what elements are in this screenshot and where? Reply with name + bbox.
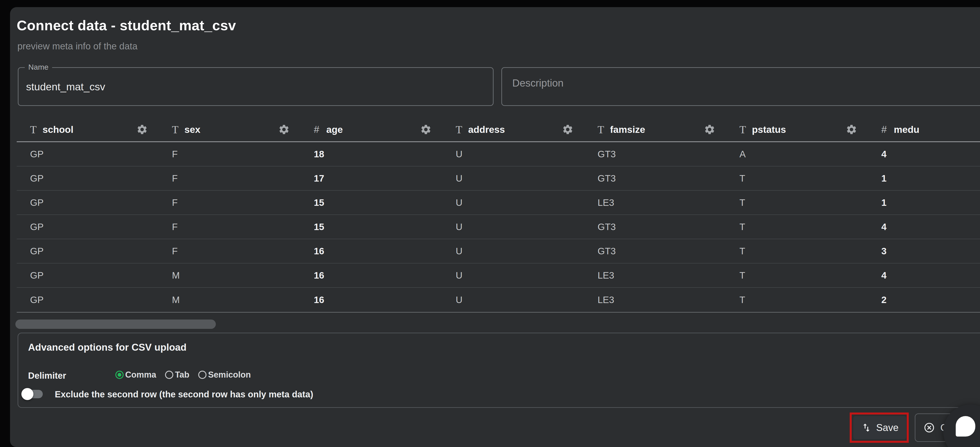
page-title: Connect data - student_mat_csv [17, 17, 236, 33]
table-cell: GT3 [584, 215, 726, 239]
horizontal-scrollbar[interactable] [17, 320, 980, 329]
table-cell: U [442, 263, 584, 287]
table-cell: LE3 [584, 191, 726, 214]
table-cell: 4 [868, 215, 980, 239]
delimiter-radio-group: CommaTabSemicolon [115, 366, 251, 383]
column-name: pstatus [752, 124, 786, 135]
radio-label: Comma [125, 370, 156, 380]
circled-x-icon [923, 422, 935, 433]
column-name: medu [894, 124, 920, 135]
column-header-sex: Tsex [159, 118, 301, 141]
toggle-knob [21, 388, 33, 400]
radio-label: Semicolon [208, 370, 251, 380]
table-cell: GP [17, 239, 159, 263]
chat-launcher-button[interactable] [943, 404, 980, 447]
table-cell: GT3 [584, 166, 726, 190]
table-cell: M [159, 263, 301, 287]
connect-data-dialog: Connect data - student_mat_csv preview m… [10, 7, 980, 447]
table-row: GPF17UGT3T1 [17, 166, 980, 191]
table-cell: M [159, 288, 301, 312]
table-cell: LE3 [584, 263, 726, 287]
description-placeholder: Description [512, 77, 563, 89]
name-input-value: student_mat_csv [26, 81, 105, 93]
column-type-text-icon: T [598, 124, 610, 136]
column-name: sex [185, 124, 200, 135]
table-row: GPF18UGT3A4 [17, 142, 980, 166]
column-header-pstatus: Tpstatus [726, 118, 868, 141]
table-cell: U [442, 191, 584, 214]
column-type-text-icon: T [456, 124, 468, 136]
scrollbar-thumb[interactable] [15, 320, 216, 329]
table-cell: T [726, 166, 868, 190]
name-input-label: Name [25, 63, 52, 71]
column-type-number-icon: # [314, 124, 326, 135]
table-cell: 2 [868, 288, 980, 312]
delimiter-label: Delimiter [28, 371, 66, 381]
table-cell: GP [17, 215, 159, 239]
save-button[interactable]: Save [853, 416, 906, 439]
column-type-text-icon: T [740, 124, 752, 136]
chat-bubble-icon [956, 416, 975, 436]
save-button-label: Save [876, 422, 899, 433]
table-cell: 16 [301, 288, 442, 312]
table-cell: U [442, 239, 584, 263]
table-cell: U [442, 142, 584, 166]
name-input[interactable]: Name student_mat_csv [18, 67, 493, 106]
table-body: GPF18UGT3A4GPF17UGT3T1GPF15ULE3T1GPF15UG… [17, 142, 980, 312]
table-row: GPF16UGT3T3 [17, 239, 980, 263]
delimiter-option-comma[interactable]: Comma [115, 370, 156, 380]
column-settings-gear-icon[interactable] [846, 124, 857, 135]
table-cell: U [442, 166, 584, 190]
table-row: GPM16ULE3T2 [17, 288, 980, 312]
table-cell: U [442, 288, 584, 312]
description-input[interactable]: Description [501, 67, 980, 106]
column-type-number-icon: # [881, 124, 894, 135]
table-cell: 15 [301, 215, 442, 239]
data-preview-table: TschoolTsex#ageTaddressTfamsizeTpstatus#… [17, 118, 980, 312]
table-cell: 16 [301, 239, 442, 263]
table-cell: T [726, 215, 868, 239]
column-name: address [468, 124, 505, 135]
table-row: GPF15UGT3T4 [17, 215, 980, 239]
delimiter-option-tab[interactable]: Tab [165, 370, 189, 380]
column-settings-gear-icon[interactable] [278, 124, 290, 135]
table-cell: 3 [868, 239, 980, 263]
table-cell: U [442, 215, 584, 239]
column-name: famsize [610, 124, 645, 135]
column-name: school [43, 124, 73, 135]
table-cell: A [726, 142, 868, 166]
table-cell: 4 [868, 263, 980, 287]
column-name: age [326, 124, 343, 135]
table-cell: F [159, 215, 301, 239]
column-settings-gear-icon[interactable] [562, 124, 574, 135]
table-cell: F [159, 239, 301, 263]
page-subtitle: preview meta info of the data [18, 41, 137, 52]
table-cell: T [726, 239, 868, 263]
table-cell: 4 [868, 142, 980, 166]
exclude-second-row-label: Exclude the second row (the second row h… [55, 389, 313, 399]
delimiter-option-semicolon[interactable]: Semicolon [198, 370, 251, 380]
table-row: GPF15ULE3T1 [17, 191, 980, 215]
table-cell: 16 [301, 263, 442, 287]
table-cell: F [159, 166, 301, 190]
column-header-school: Tschool [17, 118, 159, 141]
table-cell: 15 [301, 191, 442, 214]
column-type-text-icon: T [172, 124, 185, 136]
table-cell: 1 [868, 191, 980, 214]
table-cell: GP [17, 288, 159, 312]
column-type-text-icon: T [30, 124, 43, 136]
table-cell: GP [17, 191, 159, 214]
table-cell: T [726, 288, 868, 312]
import-export-icon [861, 422, 872, 433]
column-settings-gear-icon[interactable] [420, 124, 432, 135]
radio-selected-icon [115, 371, 124, 379]
radio-label: Tab [175, 370, 189, 380]
exclude-second-row-toggle[interactable] [21, 388, 44, 401]
column-header-address: Taddress [442, 118, 584, 141]
table-cell: GP [17, 142, 159, 166]
column-settings-gear-icon[interactable] [136, 124, 148, 135]
column-header-famsize: Tfamsize [584, 118, 726, 141]
table-cell: 1 [868, 166, 980, 190]
column-settings-gear-icon[interactable] [704, 124, 715, 135]
table-cell: GP [17, 166, 159, 190]
